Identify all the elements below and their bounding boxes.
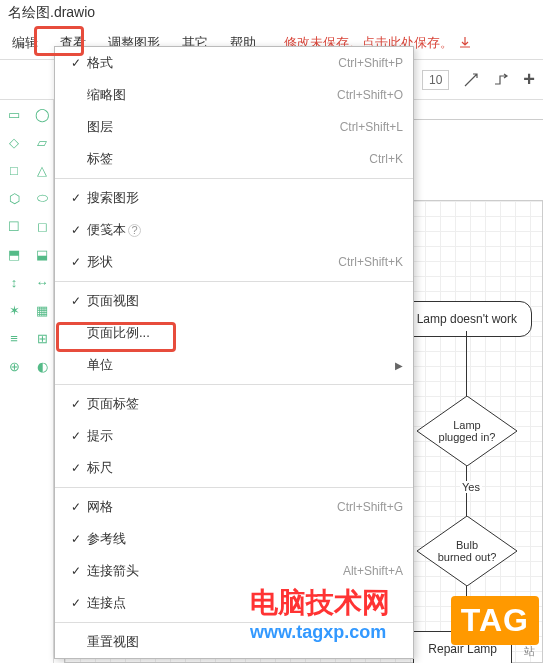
- check-icon: ✓: [65, 564, 87, 578]
- check-icon: ✓: [65, 532, 87, 546]
- shape-thumb[interactable]: ⊕: [2, 354, 26, 378]
- connector-straight-icon[interactable]: [463, 72, 479, 88]
- shape-thumb[interactable]: ☐: [2, 214, 26, 238]
- shape-thumb[interactable]: ⬓: [30, 242, 54, 266]
- dropdown-item-便笺本[interactable]: ✓便笺本?: [55, 214, 413, 246]
- shortcut-text: Ctrl+Shift+L: [340, 120, 403, 134]
- item-label: 网格: [87, 498, 337, 516]
- item-label: 连接箭头: [87, 562, 343, 580]
- shortcut-text: Ctrl+K: [369, 152, 403, 166]
- watermark-title: 电脑技术网: [250, 584, 390, 622]
- dropdown-item-标签[interactable]: 标签Ctrl+K: [55, 143, 413, 175]
- item-label: 格式: [87, 54, 338, 72]
- shortcut-text: Ctrl+Shift+K: [338, 255, 403, 269]
- shape-thumb[interactable]: ◇: [2, 130, 26, 154]
- shape-thumb[interactable]: ⬒: [2, 242, 26, 266]
- shortcut-text: Ctrl+Shift+O: [337, 88, 403, 102]
- flow-label-yes: Yes: [460, 481, 482, 493]
- menu-edit[interactable]: 编辑: [8, 32, 42, 54]
- shape-thumb[interactable]: ◯: [30, 102, 54, 126]
- dropdown-item-标尺[interactable]: ✓标尺: [55, 452, 413, 484]
- download-icon: [457, 35, 473, 51]
- shape-thumb[interactable]: ⊞: [30, 326, 54, 350]
- item-label: 标尺: [87, 459, 403, 477]
- check-icon: ✓: [65, 461, 87, 475]
- dropdown-item-搜索图形[interactable]: ✓搜索图形: [55, 182, 413, 214]
- item-label: 缩略图: [87, 86, 337, 104]
- shape-thumb[interactable]: ▭: [2, 102, 26, 126]
- item-label: 页面比例...: [87, 324, 403, 342]
- tag-badge: TAG: [451, 596, 539, 645]
- separator: [55, 178, 413, 179]
- submenu-arrow-icon: ▶: [395, 360, 403, 371]
- check-icon: ✓: [65, 596, 87, 610]
- item-label: 搜索图形: [87, 189, 403, 207]
- dropdown-item-格式[interactable]: ✓格式Ctrl+Shift+P: [55, 47, 413, 79]
- shape-thumb[interactable]: ◻: [30, 214, 54, 238]
- dropdown-item-页面比例...[interactable]: 页面比例...: [55, 317, 413, 349]
- check-icon: ✓: [65, 397, 87, 411]
- tag-sub: 站: [524, 644, 535, 659]
- item-label: 图层: [87, 118, 340, 136]
- watermark-url: www.tagxp.com: [250, 622, 390, 643]
- shape-thumb[interactable]: △: [30, 158, 54, 182]
- flow-edge: [466, 331, 467, 396]
- dropdown-item-页面标签[interactable]: ✓页面标签: [55, 388, 413, 420]
- zoom-value[interactable]: 10: [422, 70, 449, 90]
- help-icon[interactable]: ?: [128, 224, 141, 237]
- window-title: 名绘图.drawio: [0, 0, 543, 26]
- shape-thumb[interactable]: ⬭: [30, 186, 54, 210]
- check-icon: ✓: [65, 294, 87, 308]
- separator: [55, 281, 413, 282]
- flow-decision-1[interactable]: Lamp plugged in?: [417, 396, 517, 466]
- watermark: 电脑技术网 www.tagxp.com: [250, 584, 390, 643]
- separator: [55, 384, 413, 385]
- item-label: 提示: [87, 427, 403, 445]
- shortcut-text: Ctrl+Shift+G: [337, 500, 403, 514]
- check-icon: ✓: [65, 429, 87, 443]
- flow-decision-2[interactable]: Bulb burned out?: [417, 516, 517, 586]
- dropdown-item-缩略图[interactable]: 缩略图Ctrl+Shift+O: [55, 79, 413, 111]
- item-label: 页面视图: [87, 292, 403, 310]
- dropdown-item-形状[interactable]: ✓形状Ctrl+Shift+K: [55, 246, 413, 278]
- shape-thumb[interactable]: ◐: [30, 354, 54, 378]
- shape-thumb[interactable]: □: [2, 158, 26, 182]
- shortcut-text: Ctrl+Shift+P: [338, 56, 403, 70]
- shape-thumb[interactable]: ✶: [2, 298, 26, 322]
- shape-thumb[interactable]: ▦: [30, 298, 54, 322]
- decision2-text: Bulb burned out?: [417, 516, 517, 586]
- check-icon: ✓: [65, 56, 87, 70]
- dropdown-item-网格[interactable]: ✓网格Ctrl+Shift+G: [55, 491, 413, 523]
- shortcut-text: Alt+Shift+A: [343, 564, 403, 578]
- dropdown-item-图层[interactable]: 图层Ctrl+Shift+L: [55, 111, 413, 143]
- shapes-sidebar: ▭◯◇▱□△⬡⬭☐◻⬒⬓↕↔✶▦≡⊞⊕◐: [0, 100, 54, 663]
- item-label: 单位: [87, 356, 395, 374]
- dropdown-item-连接箭头[interactable]: ✓连接箭头Alt+Shift+A: [55, 555, 413, 587]
- plus-icon[interactable]: +: [523, 68, 535, 91]
- dropdown-item-页面视图[interactable]: ✓页面视图: [55, 285, 413, 317]
- decision1-text: Lamp plugged in?: [417, 396, 517, 466]
- check-icon: ✓: [65, 500, 87, 514]
- shape-thumb[interactable]: ▱: [30, 130, 54, 154]
- check-icon: ✓: [65, 255, 87, 269]
- shape-thumb[interactable]: ⬡: [2, 186, 26, 210]
- item-label: 参考线: [87, 530, 403, 548]
- dropdown-item-参考线[interactable]: ✓参考线: [55, 523, 413, 555]
- shape-thumb[interactable]: ↕: [2, 270, 26, 294]
- item-label: 形状: [87, 253, 338, 271]
- separator: [55, 487, 413, 488]
- item-label: 标签: [87, 150, 369, 168]
- dropdown-item-单位[interactable]: 单位▶: [55, 349, 413, 381]
- item-label: 便笺本?: [87, 221, 403, 239]
- check-icon: ✓: [65, 223, 87, 237]
- view-dropdown: ✓格式Ctrl+Shift+P缩略图Ctrl+Shift+O图层Ctrl+Shi…: [54, 46, 414, 659]
- shape-thumb[interactable]: ≡: [2, 326, 26, 350]
- item-label: 页面标签: [87, 395, 403, 413]
- connector-waypoint-icon[interactable]: [493, 72, 509, 88]
- shape-thumb[interactable]: ↔: [30, 270, 54, 294]
- check-icon: ✓: [65, 191, 87, 205]
- dropdown-item-提示[interactable]: ✓提示: [55, 420, 413, 452]
